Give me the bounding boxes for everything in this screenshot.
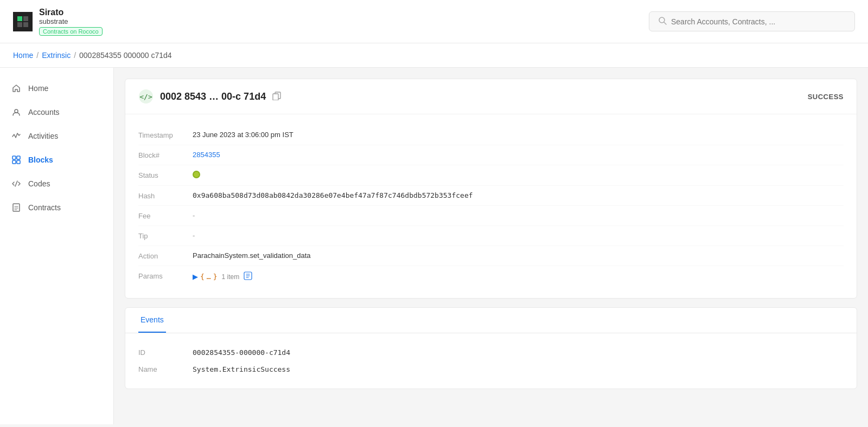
- contracts-icon: [11, 202, 22, 213]
- extrinsic-code-icon: </>: [138, 89, 154, 104]
- extrinsic-title-area: </> 0002 8543 … 00-c 71d4: [138, 89, 281, 104]
- status-label: Status: [138, 171, 193, 179]
- event-name-value: System.ExtrinsicSuccess: [193, 365, 290, 373]
- tip-label: Tip: [138, 231, 193, 240]
- extrinsic-card: </> 0002 8543 … 00-c 71d4 SUCCESS Ti: [125, 79, 857, 299]
- sidebar-label-contracts: Contracts: [28, 203, 61, 212]
- home-icon: [11, 83, 22, 94]
- detail-row-hash: Hash 0x9a608ba508d73d08ab0842da30286e07e…: [138, 186, 844, 206]
- logo-area: Sirato substrate Contracts on Rococo: [13, 7, 103, 36]
- events-card: Events ID 0002854355-000000-c71d4 Name S…: [125, 307, 857, 389]
- svg-line-11: [15, 181, 17, 186]
- event-id-value: 0002854355-000000-c71d4: [193, 348, 290, 357]
- sidebar-item-codes[interactable]: Codes: [0, 172, 113, 196]
- logo-title: Sirato: [39, 7, 103, 17]
- detail-row-fee: Fee -: [138, 206, 844, 226]
- hash-label: Hash: [138, 191, 193, 200]
- sidebar-item-activities[interactable]: Activities: [0, 124, 113, 148]
- params-value: ▶ { … } 1 item: [193, 271, 844, 282]
- status-indicator: [193, 171, 200, 178]
- extrinsic-details: Timestamp 23 June 2023 at 3:06:00 pm IST…: [125, 114, 857, 298]
- params-toggle[interactable]: ▶ { … }: [193, 273, 217, 281]
- event-row-name: Name System.ExtrinsicSuccess: [138, 361, 844, 378]
- detail-row-action: Action ParachainSystem.set_validation_da…: [138, 246, 844, 266]
- chevron-right-icon: ▶: [193, 273, 198, 281]
- svg-line-5: [664, 22, 666, 24]
- status-badge: SUCCESS: [808, 93, 844, 101]
- svg-rect-10: [17, 160, 20, 164]
- svg-rect-7: [12, 156, 16, 159]
- logo-text: Sirato substrate Contracts on Rococo: [39, 7, 103, 36]
- sidebar-label-blocks: Blocks: [28, 156, 53, 164]
- timestamp-value: 23 June 2023 at 3:06:00 pm IST: [193, 131, 844, 139]
- logo-box: [13, 12, 33, 31]
- copy-button[interactable]: [272, 92, 281, 102]
- status-value: [193, 171, 844, 180]
- detail-row-timestamp: Timestamp 23 June 2023 at 3:06:00 pm IST: [138, 125, 844, 145]
- params-open-brace: {: [200, 273, 205, 281]
- extrinsic-id: 0002 8543 … 00-c 71d4: [160, 91, 266, 102]
- sidebar-label-home: Home: [28, 84, 48, 93]
- search-input[interactable]: [671, 17, 846, 26]
- svg-rect-2: [17, 22, 22, 27]
- search-box[interactable]: [649, 11, 855, 31]
- layout: Home Accounts Activities: [0, 68, 868, 424]
- search-icon: [658, 16, 667, 27]
- tip-value: -: [193, 231, 844, 240]
- params-count: 1 item: [221, 273, 239, 281]
- timestamp-label: Timestamp: [138, 131, 193, 139]
- sidebar: Home Accounts Activities: [0, 68, 114, 424]
- params-close-brace: }: [213, 273, 218, 281]
- svg-rect-8: [17, 156, 20, 159]
- action-value: ParachainSystem.set_validation_data: [193, 251, 844, 260]
- event-name-label: Name: [138, 365, 193, 373]
- block-link[interactable]: 2854355: [193, 151, 220, 159]
- logo-badge: Contracts on Rococo: [39, 27, 103, 36]
- events-content: ID 0002854355-000000-c71d4 Name System.E…: [125, 333, 857, 389]
- extrinsic-header: </> 0002 8543 … 00-c 71d4 SUCCESS: [125, 79, 857, 114]
- sidebar-label-accounts: Accounts: [28, 108, 60, 117]
- expand-icon[interactable]: [244, 271, 252, 282]
- svg-rect-9: [12, 160, 16, 164]
- breadcrumb: Home / Extrinsic / 0002854355 000000 c71…: [0, 43, 868, 68]
- svg-rect-12: [13, 204, 20, 211]
- action-label: Action: [138, 251, 193, 260]
- svg-text:</>: </>: [139, 93, 152, 101]
- detail-row-block: Block# 2854355: [138, 145, 844, 165]
- breadcrumb-sep1: /: [36, 51, 39, 60]
- svg-rect-1: [23, 16, 28, 21]
- svg-rect-3: [23, 22, 28, 27]
- breadcrumb-current: 0002854355 000000 c71d4: [79, 51, 172, 60]
- sidebar-label-activities: Activities: [28, 132, 58, 140]
- blocks-icon: [11, 154, 22, 165]
- detail-row-params: Params ▶ { … } 1 item: [138, 266, 844, 287]
- sidebar-item-home[interactable]: Home: [0, 76, 113, 100]
- header: Sirato substrate Contracts on Rococo: [0, 0, 868, 43]
- detail-row-tip: Tip -: [138, 226, 844, 246]
- event-id-label: ID: [138, 348, 193, 357]
- fee-label: Fee: [138, 211, 193, 220]
- params-dots: …: [207, 273, 211, 281]
- sidebar-item-contracts[interactable]: Contracts: [0, 196, 113, 219]
- svg-rect-0: [17, 16, 22, 21]
- accounts-icon: [11, 107, 22, 118]
- sidebar-item-accounts[interactable]: Accounts: [0, 100, 113, 124]
- block-value: 2854355: [193, 151, 844, 159]
- detail-row-status: Status: [138, 165, 844, 186]
- breadcrumb-extrinsic[interactable]: Extrinsic: [42, 51, 71, 60]
- logo-subtitle: substrate: [39, 17, 103, 26]
- svg-point-6: [15, 109, 18, 113]
- events-tabs: Events: [125, 308, 857, 333]
- codes-icon: [11, 178, 22, 189]
- main-content: </> 0002 8543 … 00-c 71d4 SUCCESS Ti: [114, 68, 868, 424]
- breadcrumb-sep2: /: [74, 51, 76, 60]
- fee-value: -: [193, 211, 844, 219]
- sidebar-label-codes: Codes: [28, 179, 50, 188]
- block-label: Block#: [138, 151, 193, 159]
- hash-value: 0x9a608ba508d73d08ab0842da30286e07e4bef4…: [193, 191, 844, 199]
- sidebar-item-blocks[interactable]: Blocks: [0, 148, 113, 172]
- tab-events[interactable]: Events: [138, 308, 166, 333]
- svg-rect-19: [273, 94, 278, 100]
- breadcrumb-home[interactable]: Home: [13, 51, 33, 60]
- activities-icon: [11, 131, 22, 141]
